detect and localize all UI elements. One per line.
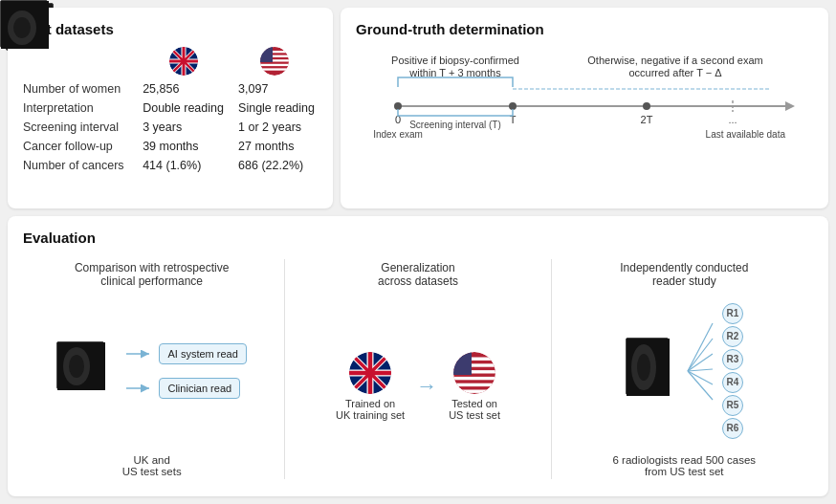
- comparison-diagram: AI system read Clinician read: [56, 341, 246, 400]
- reader-r3: R3: [722, 349, 743, 370]
- mammo-img: [56, 341, 104, 389]
- svg-point-28: [509, 102, 517, 110]
- timeline-wrapper: Positive if biopsy-confirmed within T + …: [356, 47, 813, 162]
- row-us-1: Single reading: [231, 101, 318, 115]
- gen-us-flag: [453, 352, 495, 394]
- row-us-4: 686 (22.2%): [231, 159, 318, 172]
- gen-us: Tested on US test set: [449, 352, 500, 421]
- eval-section-reader: Independently conducted reader study: [556, 255, 813, 483]
- row-uk-4: 414 (1.6%): [135, 159, 231, 172]
- mammo-stacks: [56, 341, 119, 400]
- top-row: Test datasets: [8, 8, 828, 208]
- row-uk-1: Double reading: [135, 101, 231, 115]
- svg-point-40: [69, 355, 84, 378]
- gen-arrow: →: [416, 376, 437, 397]
- gen-flags: Trained on UK training set →: [336, 352, 500, 421]
- row-label-1: Interpretation: [23, 101, 135, 115]
- svg-rect-62: [453, 383, 495, 385]
- reader-diagram: R1 R2 R3 R4 R5 R6: [626, 303, 743, 439]
- svg-line-73: [688, 371, 713, 384]
- ai-arrow-group: [126, 346, 155, 362]
- evaluation-card: Evaluation Comparison with retrospective…: [8, 216, 828, 496]
- bottom-row: Evaluation Comparison with retrospective…: [8, 216, 828, 496]
- svg-text:Index exam: Index exam: [373, 129, 423, 140]
- row-label-2: Screening interval: [23, 121, 135, 134]
- timeline-svg: Positive if biopsy-confirmed within T + …: [356, 47, 813, 162]
- svg-line-71: [688, 354, 713, 371]
- table-row: Interpretation Double reading Single rea…: [23, 99, 318, 118]
- comparison-caption: UK and US test sets: [122, 454, 182, 477]
- svg-point-68: [637, 354, 650, 381]
- gen-uk-flag-svg: [349, 352, 391, 394]
- eval-section-generalization: Generalization across datasets: [289, 255, 546, 483]
- comparison-content: AI system read Clinician read: [56, 296, 246, 447]
- reader-mammo-stack: [626, 338, 678, 405]
- ground-truth-card: Ground-truth determination Positive if b…: [341, 8, 828, 208]
- gen-uk-label: Trained on UK training set: [336, 398, 405, 421]
- divider-2: [551, 259, 552, 479]
- svg-text:occurred after T − Δ: occurred after T − Δ: [628, 67, 722, 78]
- row-us-2: 1 or 2 years: [231, 121, 318, 134]
- svg-line-72: [688, 369, 713, 371]
- svg-rect-15: [260, 64, 289, 66]
- row-label-3: Cancer follow-up: [23, 140, 135, 153]
- test-datasets-title: Test datasets: [23, 21, 318, 37]
- table-row: Number of women 25,856 3,097: [23, 79, 318, 99]
- eval-sections: Comparison with retrospective clinical p…: [23, 255, 813, 483]
- gen-us-label: Tested on US test set: [449, 398, 500, 421]
- row-label-0: Number of women: [23, 82, 135, 96]
- uk-flag-icon: [169, 47, 198, 76]
- ground-truth-title: Ground-truth determination: [356, 21, 813, 37]
- gen-us-flag-svg: [453, 352, 495, 394]
- us-flag-cell: [231, 47, 318, 76]
- svg-line-74: [688, 371, 713, 400]
- row-uk-0: 25,856: [135, 82, 231, 96]
- svg-point-43: [13, 17, 31, 38]
- comparison-title: Comparison with retrospective clinical p…: [75, 261, 229, 288]
- divider-1: [284, 259, 285, 479]
- gen-uk-flag: [349, 352, 391, 394]
- svg-text:within T + 3 months: within T + 3 months: [408, 67, 501, 78]
- clinician-arrow-group: [126, 381, 155, 396]
- row-uk-2: 3 years: [135, 121, 231, 134]
- row-us-0: 3,097: [231, 82, 318, 96]
- row-uk-3: 39 months: [135, 140, 231, 153]
- mammo-img2: [0, 0, 48, 48]
- reader-content: R1 R2 R3 R4 R5 R6: [626, 296, 743, 447]
- gen-uk: Trained on UK training set: [336, 352, 405, 421]
- svg-rect-61: [453, 377, 495, 380]
- reader-r1: R1: [722, 303, 743, 324]
- row-label-4: Number of cancers: [23, 159, 135, 172]
- reader-circles: R1 R2 R3 R4 R5 R6: [722, 303, 743, 439]
- svg-line-70: [688, 339, 713, 371]
- row-us-3: 27 months: [231, 140, 318, 153]
- reader-lines-svg: [686, 314, 715, 428]
- svg-text:Last available data: Last available data: [706, 129, 786, 140]
- eval-section-comparison: Comparison with retrospective clinical p…: [23, 255, 280, 483]
- svg-text:2T: 2T: [641, 114, 653, 125]
- datasets-table: Number of women 25,856 3,097 Interpretat…: [23, 47, 318, 175]
- ai-row: AI system read: [126, 343, 246, 364]
- svg-point-26: [394, 102, 402, 110]
- table-row: Screening interval 3 years 1 or 2 years: [23, 118, 318, 137]
- reader-r4: R4: [722, 372, 743, 393]
- gen-title: Generalization across datasets: [378, 261, 458, 288]
- clinician-row: Clinician read: [126, 378, 240, 399]
- reader-caption: 6 radiologists read 500 cases from US te…: [613, 454, 757, 477]
- reader-mammo-1: [626, 338, 669, 395]
- datasets-header-row: [23, 47, 318, 76]
- svg-marker-25: [785, 101, 795, 111]
- svg-rect-64: [453, 352, 472, 375]
- evaluation-title: Evaluation: [23, 230, 813, 246]
- reader-r2: R2: [722, 326, 743, 347]
- col-label-header: [23, 47, 136, 76]
- clinician-read-box: Clinician read: [159, 378, 240, 399]
- svg-text:Screening interval (T): Screening interval (T): [409, 120, 501, 130]
- svg-point-30: [643, 102, 650, 110]
- svg-text:Positive if biopsy-confirmed: Positive if biopsy-confirmed: [391, 55, 519, 66]
- main-container: Test datasets: [0, 0, 836, 504]
- reader-r6: R6: [722, 418, 743, 439]
- table-row: Number of cancers 414 (1.6%) 686 (22.2%): [23, 156, 318, 175]
- test-datasets-card: Test datasets: [8, 8, 333, 208]
- us-flag-icon: [260, 47, 289, 76]
